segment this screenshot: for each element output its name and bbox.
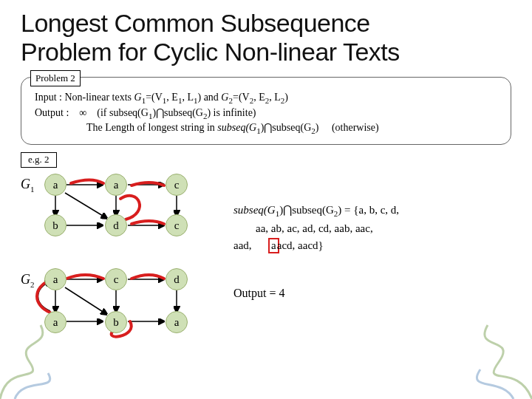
decorative-swirl-right <box>429 318 532 399</box>
g1-node-3: b <box>44 214 66 236</box>
slide-title: Longest Common Subsequence Problem for C… <box>21 9 511 66</box>
graph-area: G1 G2 <box>21 172 220 364</box>
g2-node-2: d <box>166 268 188 290</box>
title-line-2: Problem for Cyclic Non-linear Texts <box>21 38 400 66</box>
problem-box: Problem 2 Input : Non-linear texts G1=(V… <box>21 77 511 145</box>
g2-node-4: b <box>105 311 127 333</box>
result-output: Output = 4 <box>233 284 511 303</box>
slide: Longest Common Subsequence Problem for C… <box>0 0 532 399</box>
result-line-1: subseq(G1)⋂subseq(G2) = {a, b, c, d, <box>233 202 511 220</box>
g2-node-5: a <box>166 311 188 333</box>
result-line-2: aa, ab, ac, ad, cd, aab, aac, <box>233 220 511 237</box>
g1-node-0: a <box>44 174 66 196</box>
g1-node-4: d <box>105 214 127 236</box>
problem-input: Input : Non-linear texts G1=(V1, E1, L1)… <box>35 91 500 106</box>
g1-node-2: c <box>166 174 188 196</box>
title-line-1: Longest Common Subsequence <box>21 9 370 37</box>
g2-node-1: c <box>105 268 127 290</box>
example-tag: e.g. 2 <box>21 152 57 168</box>
g1-node-5: c <box>166 214 188 236</box>
g2-node-3: a <box>44 311 66 333</box>
problem-tag: Problem 2 <box>30 70 81 86</box>
g2-node-0: a <box>44 268 66 290</box>
result-line-3: aad, aacd, aacd} <box>233 237 511 254</box>
problem-output-2: The Length of longest string in subseq(G… <box>35 121 500 137</box>
g1-node-1: a <box>105 174 127 196</box>
problem-output: Output : ∞ (if subseq(G1)⋂subseq(G2) is … <box>35 106 500 122</box>
